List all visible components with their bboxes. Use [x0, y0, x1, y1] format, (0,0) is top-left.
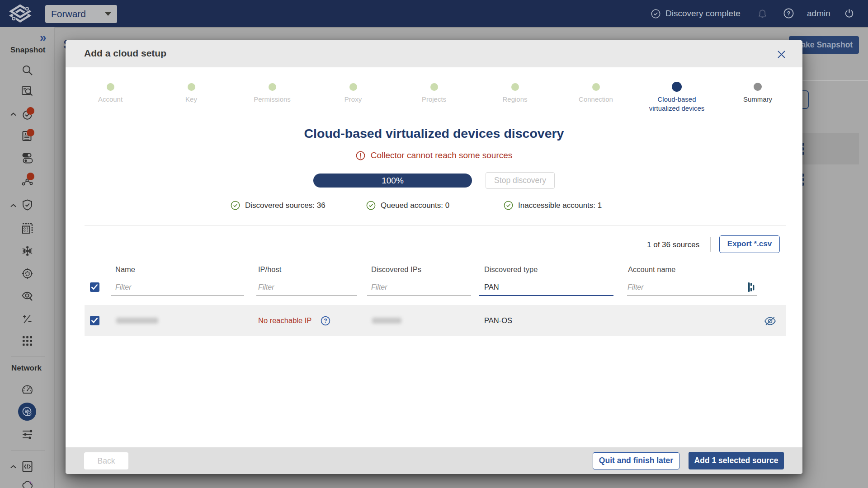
svg-text:?: ?: [324, 318, 327, 324]
svg-text:?: ?: [787, 10, 791, 17]
